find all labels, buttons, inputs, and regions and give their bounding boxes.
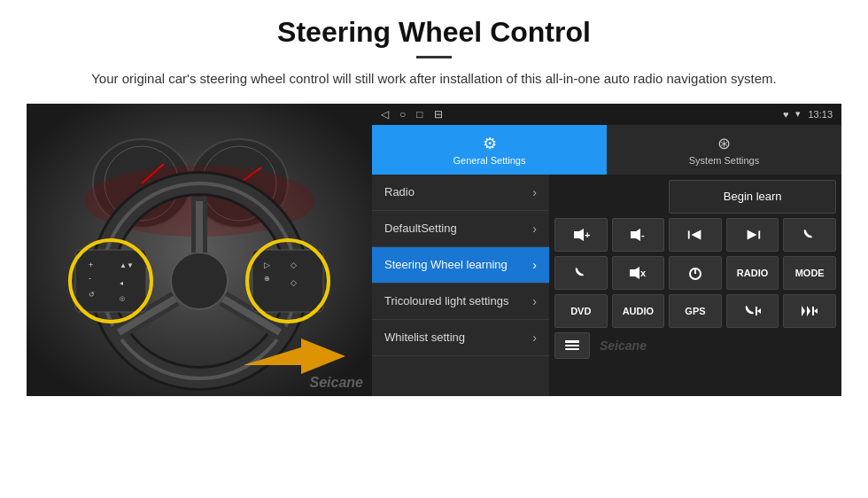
menu-steering-chevron: › [532, 258, 537, 272]
call-icon [802, 228, 818, 242]
call-accept-button[interactable] [783, 218, 836, 252]
svg-text:+: + [585, 230, 590, 240]
menu-steering-label: Steering Wheel learning [384, 258, 532, 271]
svg-text:▲▼: ▲▼ [120, 261, 134, 269]
status-bar: ◁ ○ □ ⊟ ♥ ▾ 13:13 [372, 104, 841, 125]
svg-text:◎: ◎ [120, 295, 125, 301]
prev-next-button[interactable] [783, 294, 836, 328]
location-icon: ♥ [783, 109, 789, 120]
call-end-button[interactable] [554, 256, 608, 290]
prev-track-button[interactable] [669, 218, 722, 252]
svg-rect-25 [252, 250, 323, 312]
screenshot-icon[interactable]: ⊟ [434, 108, 443, 121]
svg-text:◂: ◂ [120, 279, 123, 287]
svg-rect-51 [565, 340, 579, 343]
svg-text:-: - [89, 274, 91, 283]
time-display: 13:13 [808, 109, 833, 120]
vol-up-button[interactable]: + [554, 218, 608, 252]
begin-learn-spacer [554, 180, 664, 214]
menu-defaultsetting-label: DefaultSetting [384, 222, 532, 235]
call-prev-button[interactable] [726, 294, 779, 328]
vol-up-icon: + [572, 228, 590, 242]
svg-rect-18 [75, 250, 146, 312]
svg-text:◇: ◇ [291, 261, 297, 269]
main-content: Radio › DefaultSetting › Steering Wheel … [372, 175, 841, 396]
btn-row-3: DVD AUDIO GPS [554, 294, 836, 328]
menu-tricoloured-chevron: › [532, 294, 537, 308]
svg-text:x: x [640, 268, 647, 278]
menu-icon [564, 339, 580, 352]
menu-whitelist-chevron: › [532, 331, 537, 345]
menu-tricoloured-label: Tricoloured light settings [384, 294, 532, 307]
system-settings-icon: ⊛ [717, 134, 731, 153]
svg-text:-: - [641, 230, 645, 240]
svg-marker-46 [757, 308, 761, 314]
menu-item-defaultsetting[interactable]: DefaultSetting › [372, 211, 549, 247]
vol-down-button[interactable]: - [612, 218, 665, 252]
call-end-icon [573, 266, 589, 280]
begin-learn-button[interactable]: Begin learn [669, 180, 836, 214]
svg-marker-33 [574, 229, 584, 241]
menu-item-tricoloured[interactable]: Tricoloured light settings › [372, 284, 549, 320]
recents-icon[interactable]: □ [416, 108, 422, 121]
svg-text:+: + [89, 261, 93, 269]
tab-general[interactable]: ⚙ General Settings [372, 125, 607, 175]
prev-track-icon [686, 228, 704, 242]
tab-system[interactable]: ⊛ System Settings [607, 125, 841, 175]
next-track-button[interactable] [726, 218, 779, 252]
tab-general-label: General Settings [453, 155, 526, 166]
gps-button[interactable]: GPS [669, 294, 722, 328]
begin-learn-row: Begin learn [554, 180, 836, 214]
top-tabs: ⚙ General Settings ⊛ System Settings [372, 125, 841, 175]
svg-marker-35 [631, 229, 640, 241]
vol-down-icon: - [629, 228, 647, 242]
steering-wheel-svg: + - ↺ ▲▼ ◂ ◎ ▷ ⊕ ◇ ◇ [27, 104, 372, 396]
android-ui: ◁ ○ □ ⊟ ♥ ▾ 13:13 ⚙ General Settings [372, 104, 841, 396]
dvd-button[interactable]: DVD [554, 294, 608, 328]
right-panel: Begin learn + - [549, 175, 841, 396]
menu-item-radio[interactable]: Radio › [372, 175, 549, 211]
car-image-bg: + - ↺ ▲▼ ◂ ◎ ▷ ⊕ ◇ ◇ [27, 104, 372, 396]
menu-item-whitelist[interactable]: Whitelist setting › [372, 320, 549, 356]
svg-point-11 [171, 253, 228, 309]
menu-item-steering-wheel[interactable]: Steering Wheel learning › [372, 247, 549, 284]
status-bar-right: ♥ ▾ 13:13 [783, 108, 833, 120]
audio-button[interactable]: AUDIO [612, 294, 665, 328]
radio-button[interactable]: RADIO [726, 256, 779, 290]
status-bar-left: ◁ ○ □ ⊟ [381, 108, 443, 121]
menu-radio-label: Radio [384, 185, 532, 198]
menu-icon-button[interactable] [554, 332, 590, 359]
svg-marker-38 [691, 230, 701, 239]
prev-next-icon [800, 304, 819, 318]
svg-marker-50 [814, 308, 818, 314]
btn-row-1: + - [554, 218, 836, 252]
btn-row-2: x RADIO MODE [554, 256, 836, 290]
svg-rect-45 [756, 307, 757, 315]
svg-text:▷: ▷ [264, 261, 270, 269]
back-icon[interactable]: ◁ [381, 108, 389, 121]
power-button[interactable] [669, 256, 722, 290]
next-track-icon [744, 228, 762, 242]
page-subtitle: Your original car's steering wheel contr… [27, 69, 841, 89]
mute-icon: x [628, 266, 647, 280]
mode-button[interactable]: MODE [783, 256, 836, 290]
svg-rect-37 [688, 230, 690, 238]
svg-rect-52 [565, 345, 579, 346]
page-container: Steering Wheel Control Your original car… [0, 0, 868, 405]
svg-text:⊕: ⊕ [264, 275, 270, 283]
mute-button[interactable]: x [612, 256, 665, 290]
wifi-icon: ▾ [795, 108, 801, 120]
left-menu: Radio › DefaultSetting › Steering Wheel … [372, 175, 549, 396]
tab-system-label: System Settings [689, 155, 759, 166]
home-icon[interactable]: ○ [399, 108, 406, 121]
content-area: + - ↺ ▲▼ ◂ ◎ ▷ ⊕ ◇ ◇ [27, 104, 841, 396]
menu-whitelist-label: Whitelist setting [384, 331, 532, 344]
svg-text:↺: ↺ [89, 291, 95, 299]
svg-text:◇: ◇ [291, 278, 297, 287]
svg-marker-47 [802, 306, 805, 316]
menu-defaultsetting-chevron: › [532, 222, 537, 236]
svg-rect-49 [812, 307, 814, 315]
menu-radio-chevron: › [532, 185, 537, 199]
svg-rect-39 [758, 230, 760, 238]
page-title: Steering Wheel Control [27, 16, 841, 49]
